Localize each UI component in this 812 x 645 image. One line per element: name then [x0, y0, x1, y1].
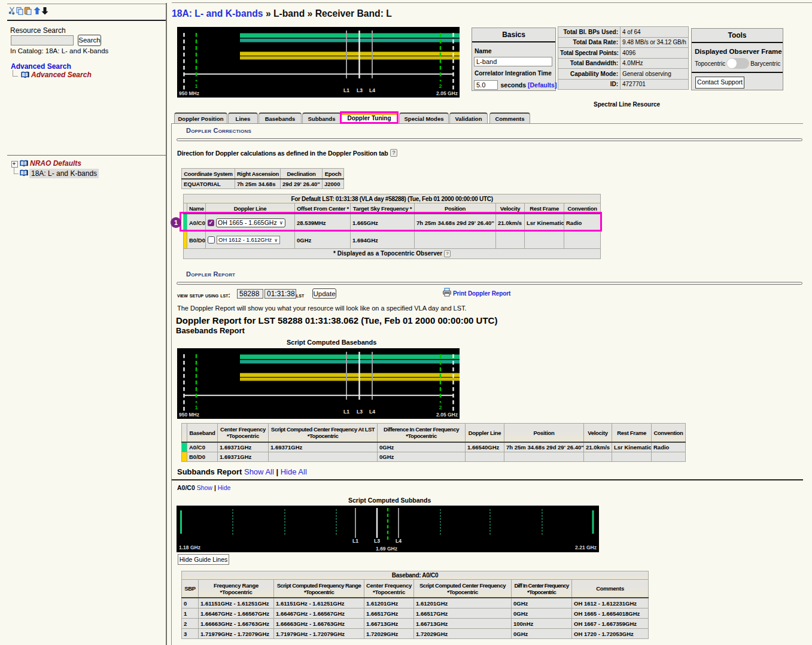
svg-text:2: 2	[439, 83, 442, 89]
svg-text:L4: L4	[369, 409, 375, 415]
svg-text:L3: L3	[357, 87, 363, 93]
svg-text:2.21 GHz: 2.21 GHz	[575, 544, 597, 550]
svg-text:2: 2	[439, 404, 442, 410]
svg-text:L1: L1	[343, 409, 349, 415]
svg-text:1.18 GHz: 1.18 GHz	[179, 544, 200, 550]
svg-text:2.05 GHz: 2.05 GHz	[436, 412, 458, 418]
svg-text:2.05 GHz: 2.05 GHz	[436, 90, 458, 96]
svg-text:L3: L3	[374, 538, 380, 544]
svg-text:1: 1	[195, 83, 198, 89]
svg-text:L4: L4	[396, 538, 402, 544]
svg-text:L3: L3	[357, 409, 363, 415]
svg-text:1.69 GHz: 1.69 GHz	[376, 546, 397, 552]
svg-text:L4: L4	[369, 87, 375, 93]
svg-text:L1: L1	[352, 538, 358, 544]
svg-text:950 MHz: 950 MHz	[179, 412, 199, 418]
svg-text:L1: L1	[343, 87, 349, 93]
svg-text:950 MHz: 950 MHz	[179, 90, 199, 96]
svg-text:1: 1	[195, 404, 198, 410]
